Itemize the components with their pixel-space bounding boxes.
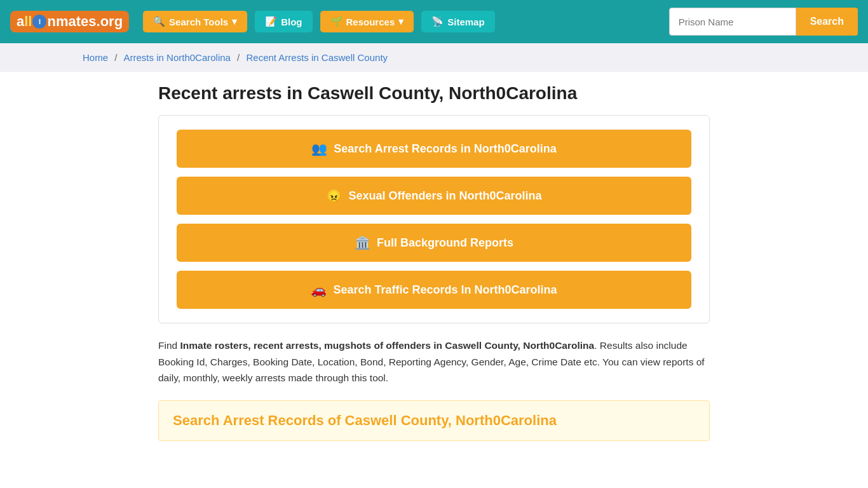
- search-tools-button[interactable]: 🔍 Search Tools ▾: [143, 11, 247, 32]
- description-bold: Inmate rosters, recent arrests, mugshots…: [180, 340, 594, 351]
- cta-title: Search Arrest Records of Caswell County,…: [173, 412, 695, 429]
- sitemap-button[interactable]: 📡 Sitemap: [421, 11, 494, 32]
- page-title: Recent arrests in Caswell County, North0…: [158, 83, 710, 104]
- blog-icon: 📝: [265, 16, 277, 27]
- resources-icon: 🌱: [330, 16, 342, 27]
- description-text: Find Inmate rosters, recent arrests, mug…: [158, 337, 710, 386]
- logo-badge: I: [32, 15, 46, 29]
- sitemap-label: Sitemap: [447, 17, 484, 27]
- search-tools-dropdown-icon: ▾: [232, 16, 237, 27]
- arrest-records-button[interactable]: 👥 Search Arrest Records in North0Carolin…: [177, 130, 691, 168]
- cta-box: Search Arrest Records of Caswell County,…: [158, 400, 710, 441]
- arrest-records-icon: 👥: [311, 141, 327, 156]
- background-reports-button[interactable]: 🏛️ Full Background Reports: [177, 224, 691, 262]
- sexual-offenders-button[interactable]: 😠 Sexual Offenders in North0Carolina: [177, 177, 691, 215]
- logo-text-a: a: [17, 13, 24, 30]
- breadcrumb-arrests[interactable]: Arrests in North0Carolina: [124, 52, 231, 63]
- arrest-records-label: Search Arrest Records in North0Carolina: [334, 142, 556, 156]
- traffic-records-button[interactable]: 🚗 Search Traffic Records In North0Caroli…: [177, 271, 691, 309]
- main-content: Recent arrests in Caswell County, North0…: [148, 72, 720, 460]
- sexual-offenders-icon: 😠: [326, 188, 342, 203]
- resources-dropdown-icon: ▾: [398, 16, 403, 27]
- background-reports-label: Full Background Reports: [377, 236, 513, 250]
- background-reports-icon: 🏛️: [355, 235, 370, 250]
- breadcrumb: Home / Arrests in North0Carolina / Recen…: [0, 43, 868, 72]
- breadcrumb-current: Recent Arrests in Caswell County: [246, 52, 388, 63]
- sitemap-icon: 📡: [431, 16, 444, 27]
- description-prefix: Find: [158, 340, 180, 351]
- traffic-records-label: Search Traffic Records In North0Carolina: [333, 283, 557, 297]
- prison-name-input[interactable]: [669, 8, 796, 36]
- blog-button[interactable]: 📝 Blog: [255, 11, 312, 32]
- logo-text-org: org: [100, 13, 123, 30]
- resources-button[interactable]: 🌱 Resources ▾: [320, 11, 414, 32]
- traffic-records-icon: 🚗: [311, 282, 327, 297]
- search-tools-icon: 🔍: [153, 16, 165, 27]
- breadcrumb-sep-1: /: [114, 52, 119, 63]
- resources-label: Resources: [346, 17, 395, 27]
- logo-text-ll: ll: [24, 13, 32, 30]
- header-search-area: Search: [669, 8, 858, 36]
- breadcrumb-sep-2: /: [237, 52, 242, 63]
- action-card: 👥 Search Arrest Records in North0Carolin…: [158, 115, 710, 323]
- logo-text-nmates: nmates: [47, 13, 96, 30]
- sexual-offenders-label: Sexual Offenders in North0Carolina: [348, 189, 541, 203]
- header-search-label: Search: [810, 16, 844, 27]
- blog-label: Blog: [281, 17, 302, 27]
- site-header: a ll I nmates . org 🔍 Search Tools ▾ 📝 B…: [0, 0, 868, 43]
- search-tools-label: Search Tools: [169, 17, 228, 27]
- breadcrumb-home[interactable]: Home: [83, 52, 108, 63]
- site-logo[interactable]: a ll I nmates . org: [10, 11, 129, 32]
- header-search-button[interactable]: Search: [796, 8, 858, 36]
